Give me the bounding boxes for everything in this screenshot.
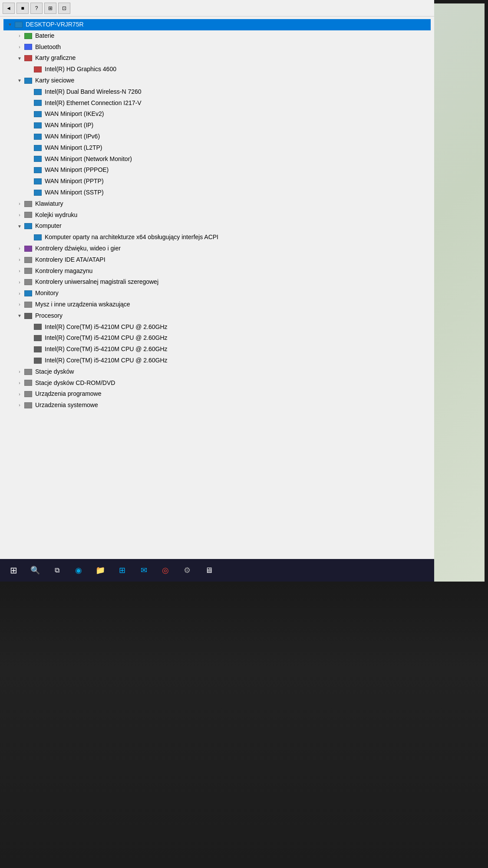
toolbar-view-btn[interactable]: ⊞ — [44, 3, 56, 14]
toolbar-help-btn[interactable]: ? — [30, 3, 43, 14]
chrome-icon: ◎ — [162, 566, 169, 575]
tree-icon — [24, 257, 32, 263]
tree-item-wan-ipv6[interactable]: WAN Miniport (IPv6) — [3, 131, 431, 142]
taskbar-btn-edge[interactable]: ◉ — [69, 561, 88, 579]
tree-expander[interactable]: › — [16, 301, 23, 308]
tree-item-komputer-x64[interactable]: Komputer oparty na architekturze x64 obs… — [3, 232, 431, 243]
tree-icon — [24, 391, 32, 397]
tree-icon — [24, 246, 32, 252]
tree-item-monitory[interactable]: › Monitory — [3, 288, 431, 299]
tree-icon — [34, 122, 42, 128]
tree-item-kontrolery-usb[interactable]: › Kontrolery uniwersalnej magistrali sze… — [3, 276, 431, 288]
settings-icon: ⚙ — [184, 566, 191, 575]
tree-item-bluetooth[interactable]: › Bluetooth — [3, 42, 431, 53]
tree-icon — [24, 268, 32, 274]
tree-item-wan-nm[interactable]: WAN Miniport (Network Monitor) — [3, 154, 431, 165]
tree-item-cpu3[interactable]: Intel(R) Core(TM) i5-4210M CPU @ 2.60GHz — [3, 344, 431, 355]
tree-item-stacje-cd[interactable]: › Stacje dysków CD-ROM/DVD — [3, 378, 431, 389]
tree-item-wan-ikev2[interactable]: WAN Miniport (IKEv2) — [3, 108, 431, 120]
tree-item-wan-sstp[interactable]: WAN Miniport (SSTP) — [3, 187, 431, 198]
rdp-icon: 🖥 — [205, 566, 213, 575]
tree-icon — [34, 234, 42, 240]
taskbar-btn-chrome[interactable]: ◎ — [156, 561, 175, 579]
tree-expander[interactable]: › — [16, 290, 23, 297]
taskbar-btn-task-view[interactable]: ⧉ — [48, 561, 66, 579]
tree-item-cpu4[interactable]: Intel(R) Core(TM) i5-4210M CPU @ 2.60GHz — [3, 355, 431, 366]
tree-item-cpu1[interactable]: Intel(R) Core(TM) i5-4210M CPU @ 2.60GHz — [3, 322, 431, 333]
tree-item-root[interactable]: ▼ DESKTOP-VRJR75R — [3, 19, 431, 30]
toolbar-stop-btn[interactable]: ■ — [16, 3, 29, 14]
tree-expander[interactable]: › — [16, 245, 23, 252]
tree-label: Intel(R) Dual Band Wireless-N 7260 — [45, 87, 142, 97]
device-tree: ▼ DESKTOP-VRJR75R › Baterie › Bluetooth … — [0, 16, 434, 414]
tree-expander[interactable]: › — [16, 200, 23, 207]
tree-item-urzadzenia-sys[interactable]: › Urzadzenia systemowe — [3, 400, 431, 411]
tree-item-ethernet[interactable]: Intel(R) Ethernet Connection I217-V — [3, 98, 431, 109]
tree-item-komputer[interactable]: ▼ Komputer — [3, 220, 431, 232]
tree-expander[interactable]: › — [16, 391, 23, 398]
tree-expander[interactable]: ▼ — [16, 55, 23, 62]
tree-icon — [34, 156, 42, 162]
tree-label: Intel(R) Core(TM) i5-4210M CPU @ 2.60GHz — [45, 333, 168, 343]
tree-label: WAN Miniport (PPPOE) — [45, 165, 109, 175]
tree-expander[interactable]: › — [16, 256, 23, 263]
tree-item-kontrolery-ide[interactable]: › Kontrolery IDE ATA/ATAPI — [3, 254, 431, 266]
tree-icon — [24, 212, 32, 218]
tree-icon — [24, 313, 32, 319]
tree-item-klawiatury[interactable]: › Klawiatury — [3, 198, 431, 210]
tree-label: Klawiatury — [35, 199, 63, 209]
tree-item-kontrolery-dzwiek[interactable]: › Kontrolery dźwięku, wideo i gier — [3, 243, 431, 254]
tree-expander[interactable]: › — [16, 32, 23, 39]
tree-expander[interactable]: › — [16, 211, 23, 219]
tree-label: Intel(R) Core(TM) i5-4210M CPU @ 2.60GHz — [45, 322, 168, 332]
taskbar-btn-rdp[interactable]: 🖥 — [200, 561, 218, 579]
tree-item-wan-l2tp[interactable]: WAN Miniport (L2TP) — [3, 142, 431, 154]
tree-icon — [34, 100, 42, 106]
tree-item-wan-pptp[interactable]: WAN Miniport (PPTP) — [3, 176, 431, 187]
tree-item-karty-graficzne[interactable]: ▼ Karty graficzne — [3, 53, 431, 64]
tree-icon — [34, 324, 42, 330]
taskbar-btn-mail[interactable]: ✉ — [135, 561, 153, 579]
tree-item-baterie[interactable]: › Baterie — [3, 30, 431, 42]
taskbar-btn-explorer[interactable]: 📁 — [91, 561, 109, 579]
tree-icon — [34, 89, 42, 95]
tree-icon — [24, 44, 32, 50]
tree-label: Intel(R) Core(TM) i5-4210M CPU @ 2.60GHz — [45, 355, 168, 366]
tree-label: Kontrolery IDE ATA/ATAPI — [35, 255, 106, 265]
tree-expander[interactable]: ▼ — [16, 77, 23, 84]
toolbar-back-btn[interactable]: ◄ — [3, 3, 15, 14]
tree-expander[interactable]: › — [16, 43, 23, 51]
tree-item-wireless[interactable]: Intel(R) Dual Band Wireless-N 7260 — [3, 86, 431, 98]
taskbar-btn-settings[interactable]: ⚙ — [178, 561, 196, 579]
tree-item-wan-ip[interactable]: WAN Miniport (IP) — [3, 120, 431, 131]
tree-item-stacje-dyskow[interactable]: › Stacje dysków — [3, 366, 431, 378]
tree-item-kontrolery-mag[interactable]: › Kontrolery magazynu — [3, 266, 431, 277]
tree-item-cpu2[interactable]: Intel(R) Core(TM) i5-4210M CPU @ 2.60GHz — [3, 332, 431, 344]
taskbar-btn-start[interactable]: ⊞ — [4, 561, 23, 579]
tree-icon — [24, 223, 32, 229]
tree-expander[interactable]: ▼ — [7, 21, 13, 28]
tree-item-wan-pppoe[interactable]: WAN Miniport (PPPOE) — [3, 164, 431, 176]
tree-label: Kolejki wydruku — [35, 210, 77, 220]
tree-expander[interactable]: › — [16, 368, 23, 375]
tree-label: Stacje dysków — [35, 367, 74, 377]
taskbar-btn-store[interactable]: ⊞ — [113, 561, 131, 579]
tree-item-mysz[interactable]: › Mysz i inne urządzenia wskazujące — [3, 299, 431, 310]
tree-item-hd-graphics[interactable]: Intel(R) HD Graphics 4600 — [3, 64, 431, 75]
tree-expander[interactable]: ▼ — [16, 312, 23, 319]
toolbar-props-btn[interactable]: ⊡ — [58, 3, 70, 14]
taskbar: ⊞🔍⧉◉📁⊞✉◎⚙🖥 — [0, 559, 434, 582]
tree-expander[interactable]: ▼ — [16, 223, 23, 230]
tree-expander[interactable]: › — [16, 267, 23, 275]
taskbar-btn-search[interactable]: 🔍 — [26, 561, 44, 579]
tree-expander[interactable]: › — [16, 379, 23, 387]
tree-expander[interactable]: › — [16, 401, 23, 409]
tree-label: WAN Miniport (IKEv2) — [45, 109, 104, 119]
tree-item-procesory[interactable]: ▼ Procesory — [3, 310, 431, 322]
tree-item-urzadzenia-prog[interactable]: › Urządzenia programowe — [3, 388, 431, 400]
tree-icon — [34, 335, 42, 341]
tree-item-karty-sieciowe[interactable]: ▼ Karty sieciowe — [3, 75, 431, 86]
tree-expander[interactable]: › — [16, 279, 23, 286]
tree-item-kolejki[interactable]: › Kolejki wydruku — [3, 210, 431, 221]
tree-label: WAN Miniport (L2TP) — [45, 143, 102, 153]
